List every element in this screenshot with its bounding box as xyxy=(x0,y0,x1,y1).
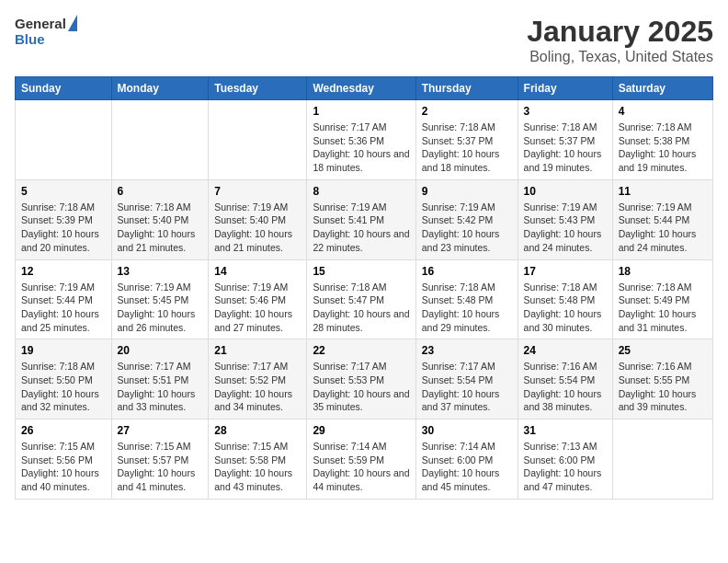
day-info: Sunrise: 7:14 AMSunset: 5:59 PMDaylight:… xyxy=(313,440,409,494)
day-info: Sunrise: 7:18 AMSunset: 5:48 PMDaylight:… xyxy=(524,281,607,335)
calendar-table: Sunday Monday Tuesday Wednesday Thursday… xyxy=(15,76,713,500)
day-info: Sunrise: 7:19 AMSunset: 5:45 PMDaylight:… xyxy=(118,281,203,335)
calendar-week-0: 1Sunrise: 7:17 AMSunset: 5:36 PMDaylight… xyxy=(16,100,713,180)
day-info: Sunrise: 7:16 AMSunset: 5:54 PMDaylight:… xyxy=(524,360,607,414)
calendar-cell: 18Sunrise: 7:18 AMSunset: 5:49 PMDayligh… xyxy=(612,259,712,339)
calendar-cell: 16Sunrise: 7:18 AMSunset: 5:48 PMDayligh… xyxy=(415,259,518,339)
day-info: Sunrise: 7:18 AMSunset: 5:39 PMDaylight:… xyxy=(21,201,106,255)
day-number: 26 xyxy=(21,424,106,437)
calendar-week-2: 12Sunrise: 7:19 AMSunset: 5:44 PMDayligh… xyxy=(16,259,713,339)
day-info: Sunrise: 7:18 AMSunset: 5:37 PMDaylight:… xyxy=(422,121,512,175)
day-number: 7 xyxy=(214,185,301,198)
calendar-cell: 29Sunrise: 7:14 AMSunset: 5:59 PMDayligh… xyxy=(307,419,415,500)
day-info: Sunrise: 7:15 AMSunset: 5:56 PMDaylight:… xyxy=(21,440,106,494)
day-number: 24 xyxy=(524,344,607,357)
calendar-cell: 3Sunrise: 7:18 AMSunset: 5:37 PMDaylight… xyxy=(518,100,612,180)
day-info: Sunrise: 7:19 AMSunset: 5:44 PMDaylight:… xyxy=(21,281,106,335)
calendar-cell: 11Sunrise: 7:19 AMSunset: 5:44 PMDayligh… xyxy=(612,179,712,259)
day-info: Sunrise: 7:19 AMSunset: 5:42 PMDaylight:… xyxy=(422,201,512,255)
calendar-title: January 2025 xyxy=(527,15,713,49)
calendar-cell: 1Sunrise: 7:17 AMSunset: 5:36 PMDaylight… xyxy=(307,100,415,180)
day-info: Sunrise: 7:19 AMSunset: 5:40 PMDaylight:… xyxy=(214,201,301,255)
day-info: Sunrise: 7:19 AMSunset: 5:46 PMDaylight:… xyxy=(214,281,301,335)
day-number: 19 xyxy=(21,344,106,357)
day-info: Sunrise: 7:14 AMSunset: 6:00 PMDaylight:… xyxy=(422,440,512,494)
day-number: 11 xyxy=(619,185,707,198)
calendar-cell: 12Sunrise: 7:19 AMSunset: 5:44 PMDayligh… xyxy=(16,259,112,339)
calendar-cell: 14Sunrise: 7:19 AMSunset: 5:46 PMDayligh… xyxy=(209,259,307,339)
calendar-cell: 28Sunrise: 7:15 AMSunset: 5:58 PMDayligh… xyxy=(209,419,307,500)
day-info: Sunrise: 7:19 AMSunset: 5:44 PMDaylight:… xyxy=(619,201,707,255)
day-number: 22 xyxy=(313,344,409,357)
day-info: Sunrise: 7:15 AMSunset: 5:57 PMDaylight:… xyxy=(118,440,203,494)
logo-blue: Blue xyxy=(15,31,45,47)
calendar-week-3: 19Sunrise: 7:18 AMSunset: 5:50 PMDayligh… xyxy=(16,339,713,419)
calendar-cell: 31Sunrise: 7:13 AMSunset: 6:00 PMDayligh… xyxy=(518,419,612,500)
day-number: 27 xyxy=(118,424,203,437)
calendar-cell: 5Sunrise: 7:18 AMSunset: 5:39 PMDaylight… xyxy=(16,179,112,259)
calendar-cell: 19Sunrise: 7:18 AMSunset: 5:50 PMDayligh… xyxy=(16,339,112,419)
day-info: Sunrise: 7:18 AMSunset: 5:38 PMDaylight:… xyxy=(619,121,707,175)
calendar-cell: 6Sunrise: 7:18 AMSunset: 5:40 PMDaylight… xyxy=(111,179,209,259)
calendar-cell: 25Sunrise: 7:16 AMSunset: 5:55 PMDayligh… xyxy=(612,339,712,419)
header-saturday: Saturday xyxy=(612,77,712,100)
day-number: 18 xyxy=(619,265,707,278)
calendar-cell: 24Sunrise: 7:16 AMSunset: 5:54 PMDayligh… xyxy=(518,339,612,419)
day-info: Sunrise: 7:17 AMSunset: 5:52 PMDaylight:… xyxy=(214,360,301,414)
calendar-cell: 8Sunrise: 7:19 AMSunset: 5:41 PMDaylight… xyxy=(307,179,415,259)
day-number: 14 xyxy=(214,265,301,278)
calendar-cell: 15Sunrise: 7:18 AMSunset: 5:47 PMDayligh… xyxy=(307,259,415,339)
calendar-cell: 4Sunrise: 7:18 AMSunset: 5:38 PMDaylight… xyxy=(612,100,712,180)
calendar-cell xyxy=(209,100,307,180)
calendar-subtitle: Boling, Texas, United States xyxy=(527,49,713,65)
day-number: 15 xyxy=(313,265,409,278)
day-info: Sunrise: 7:17 AMSunset: 5:36 PMDaylight:… xyxy=(313,121,409,175)
day-number: 23 xyxy=(422,344,512,357)
day-info: Sunrise: 7:18 AMSunset: 5:37 PMDaylight:… xyxy=(524,121,607,175)
day-number: 6 xyxy=(118,185,203,198)
calendar-cell: 30Sunrise: 7:14 AMSunset: 6:00 PMDayligh… xyxy=(415,419,518,500)
day-info: Sunrise: 7:17 AMSunset: 5:53 PMDaylight:… xyxy=(313,360,409,414)
header-monday: Monday xyxy=(111,77,209,100)
calendar-cell: 2Sunrise: 7:18 AMSunset: 5:37 PMDaylight… xyxy=(415,100,518,180)
day-info: Sunrise: 7:16 AMSunset: 5:55 PMDaylight:… xyxy=(619,360,707,414)
day-info: Sunrise: 7:17 AMSunset: 5:54 PMDaylight:… xyxy=(422,360,512,414)
day-number: 30 xyxy=(422,424,512,437)
header-tuesday: Tuesday xyxy=(209,77,307,100)
calendar-cell xyxy=(16,100,112,180)
calendar-cell xyxy=(612,419,712,500)
calendar-cell: 27Sunrise: 7:15 AMSunset: 5:57 PMDayligh… xyxy=(111,419,209,500)
calendar-cell: 13Sunrise: 7:19 AMSunset: 5:45 PMDayligh… xyxy=(111,259,209,339)
day-number: 3 xyxy=(524,105,607,118)
day-number: 25 xyxy=(619,344,707,357)
calendar-week-1: 5Sunrise: 7:18 AMSunset: 5:39 PMDaylight… xyxy=(16,179,713,259)
day-info: Sunrise: 7:18 AMSunset: 5:40 PMDaylight:… xyxy=(118,201,203,255)
calendar-cell: 10Sunrise: 7:19 AMSunset: 5:43 PMDayligh… xyxy=(518,179,612,259)
day-info: Sunrise: 7:15 AMSunset: 5:58 PMDaylight:… xyxy=(214,440,301,494)
page-header: General Blue January 2025 Boling, Texas,… xyxy=(15,15,713,65)
day-info: Sunrise: 7:18 AMSunset: 5:47 PMDaylight:… xyxy=(313,281,409,335)
day-number: 29 xyxy=(313,424,409,437)
day-number: 28 xyxy=(214,424,301,437)
day-number: 4 xyxy=(619,105,707,118)
calendar-week-4: 26Sunrise: 7:15 AMSunset: 5:56 PMDayligh… xyxy=(16,419,713,500)
calendar-cell: 26Sunrise: 7:15 AMSunset: 5:56 PMDayligh… xyxy=(16,419,112,500)
day-info: Sunrise: 7:19 AMSunset: 5:43 PMDaylight:… xyxy=(524,201,607,255)
day-number: 1 xyxy=(313,105,409,118)
calendar-header-row: Sunday Monday Tuesday Wednesday Thursday… xyxy=(16,77,713,100)
day-number: 20 xyxy=(118,344,203,357)
header-sunday: Sunday xyxy=(16,77,112,100)
day-number: 10 xyxy=(524,185,607,198)
calendar-cell: 17Sunrise: 7:18 AMSunset: 5:48 PMDayligh… xyxy=(518,259,612,339)
day-number: 17 xyxy=(524,265,607,278)
day-info: Sunrise: 7:18 AMSunset: 5:50 PMDaylight:… xyxy=(21,360,106,414)
day-info: Sunrise: 7:19 AMSunset: 5:41 PMDaylight:… xyxy=(313,201,409,255)
calendar-cell: 9Sunrise: 7:19 AMSunset: 5:42 PMDaylight… xyxy=(415,179,518,259)
calendar-cell: 23Sunrise: 7:17 AMSunset: 5:54 PMDayligh… xyxy=(415,339,518,419)
calendar-cell: 20Sunrise: 7:17 AMSunset: 5:51 PMDayligh… xyxy=(111,339,209,419)
day-number: 2 xyxy=(422,105,512,118)
calendar-cell: 7Sunrise: 7:19 AMSunset: 5:40 PMDaylight… xyxy=(209,179,307,259)
day-number: 8 xyxy=(313,185,409,198)
day-info: Sunrise: 7:13 AMSunset: 6:00 PMDaylight:… xyxy=(524,440,607,494)
logo-general: General xyxy=(15,16,66,31)
